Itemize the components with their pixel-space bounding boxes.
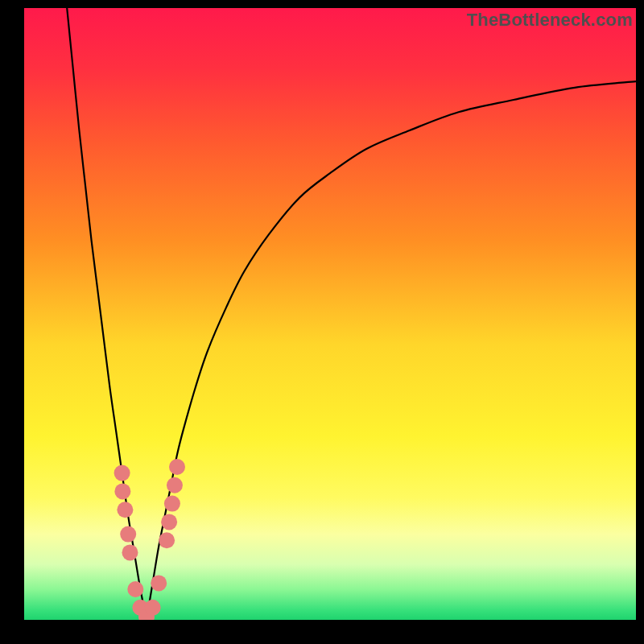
chart-frame: TheBottleneck.com	[0, 0, 644, 644]
marker-dot	[164, 496, 180, 512]
marker-dot	[122, 544, 138, 560]
marker-dot	[169, 459, 185, 475]
marker-dot	[161, 514, 177, 530]
marker-dot	[151, 575, 167, 591]
marker-dot	[114, 483, 130, 499]
gradient-background	[24, 8, 636, 620]
plot-svg	[24, 8, 636, 620]
marker-dot	[120, 526, 136, 543]
marker-dot	[159, 532, 175, 548]
marker-dot	[114, 465, 130, 481]
plot-area	[24, 8, 636, 620]
marker-dot	[117, 502, 133, 518]
marker-dot	[145, 600, 161, 616]
watermark-text: TheBottleneck.com	[467, 10, 633, 31]
marker-dot	[167, 477, 183, 493]
marker-dot	[127, 581, 143, 597]
